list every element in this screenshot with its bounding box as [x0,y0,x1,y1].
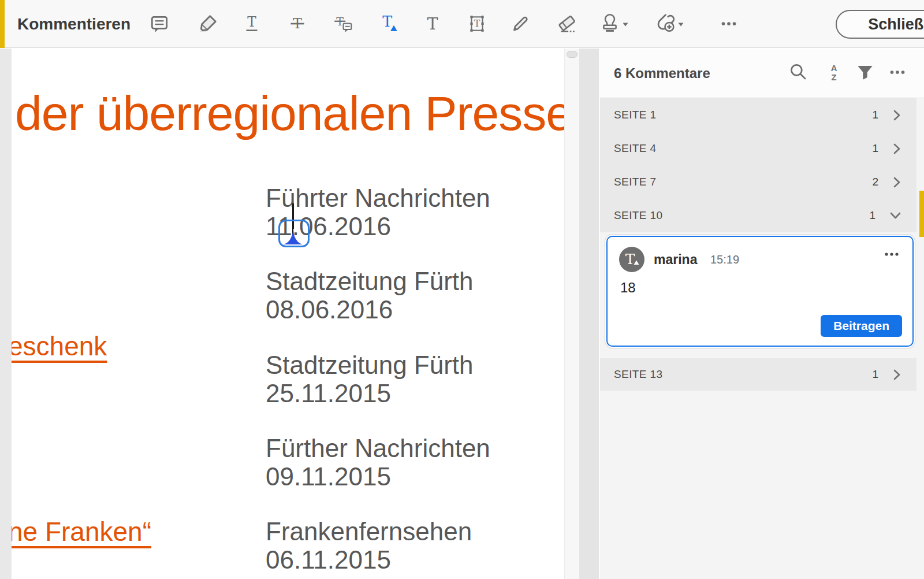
chevron-right-icon [892,109,901,121]
stamp-dropdown-caret-icon[interactable] [623,18,628,29]
comment-text: 18 [620,280,636,296]
page-group-seite-13[interactable]: SEITE 13 1 [600,358,916,391]
avatar: T [619,247,644,272]
attach-dropdown-caret-icon[interactable] [678,18,684,29]
highlighter-icon [198,13,218,34]
insert-text-annotation[interactable] [278,220,310,247]
eraser-icon [557,13,578,34]
page-group-label: SEITE 4 [614,142,872,155]
sticky-note-tool-button[interactable] [144,9,174,39]
press-date: 25.11.2015 [266,379,474,407]
acrobat-comment-view: Kommentieren T T T [0,0,924,579]
doc-link: eschenk [12,331,107,362]
svg-text:A: A [831,64,837,73]
underline-text-icon: T [241,13,262,34]
press-source: Fürther Nachrichten [266,434,490,462]
svg-text:T: T [382,13,392,30]
svg-text:Z: Z [832,73,837,82]
comment-toolbar: Kommentieren T T T [0,0,924,48]
close-button-label: Schließen [868,16,924,34]
replace-text-tool-button[interactable]: T [328,9,358,39]
search-comments-button[interactable] [786,61,810,86]
chevron-down-icon [889,211,901,220]
svg-text:T: T [474,18,480,29]
comments-panel: 6 Kommentare AZ [599,49,924,579]
comment-options-button[interactable] [884,250,900,260]
insert-text-tool-button[interactable]: T [374,9,404,39]
attach-file-tool-button[interactable] [655,9,684,39]
press-source: Führter Nachrichten [266,184,490,212]
strikethrough-text-icon: T [287,13,308,34]
comment-count-badge: 1 [872,368,878,381]
chevron-right-icon [892,369,901,381]
press-source: Frankenfernsehen [266,517,472,545]
page-group-seite-1[interactable]: SEITE 1 1 [600,98,916,132]
panel-options-button[interactable] [885,61,910,86]
highlighter-tool-button[interactable] [193,9,223,39]
press-date: 08.06.2016 [266,295,474,324]
comment-count-badge: 1 [872,142,878,155]
comment-card[interactable]: T marina 15:19 18 Beitragen [606,236,914,347]
replace-text-icon: T [333,13,353,34]
document-scrollbar[interactable] [564,49,579,579]
page-group-label: SEITE 1 [614,109,872,121]
page-group-seite-10[interactable]: SEITE 10 1 [600,199,916,232]
comment-count-badge: 2 [872,176,878,188]
filter-comments-button[interactable] [853,61,877,86]
page-group-label: SEITE 13 [614,368,872,381]
doc-link: ne Franken“ [12,516,151,547]
search-icon [788,62,808,85]
stamp-icon [599,12,620,35]
add-text-tool-button[interactable]: T [418,9,448,39]
sticky-note-icon [149,13,170,34]
panel-splitter[interactable] [579,49,599,579]
stamp-tool-button[interactable] [599,9,628,39]
page-group-label: SEITE 7 [614,176,872,188]
filter-funnel-icon [855,62,875,85]
window-edge-accent [0,0,5,48]
comment-count-badge: 1 [872,109,878,121]
comment-author: marina [654,252,697,268]
pencil-tool-button[interactable] [505,9,535,39]
more-tools-button[interactable] [714,9,744,39]
svg-text:T: T [427,14,438,34]
text-box-tool-button[interactable]: T [462,9,492,39]
panel-options-icon [887,62,908,85]
press-entry: Fürther Nachrichten 09.11.2015 [266,434,490,491]
page-group-seite-7[interactable]: SEITE 7 2 [600,165,916,199]
press-entry: Stadtzeitung Fürth 25.11.2015 [266,351,474,407]
svg-text:T: T [247,14,256,29]
toolbar-title: Kommentieren [17,0,131,48]
comments-panel-header: 6 Kommentare AZ [600,49,924,98]
press-entry: Stadtzeitung Fürth 08.06.2016 [266,267,474,324]
text-box-icon: T [467,13,487,34]
eraser-tool-button[interactable] [552,9,582,39]
sort-comments-button[interactable]: AZ [821,61,845,86]
underline-text-tool-button[interactable]: T [237,9,267,39]
page-group-seite-4[interactable]: SEITE 4 1 [600,132,916,165]
chevron-right-icon [892,143,901,155]
chevron-right-icon [892,176,901,188]
press-source: Stadtzeitung Fürth [266,351,474,379]
press-source: Stadtzeitung Fürth [266,267,474,295]
pdf-page[interactable]: der überregionalen Presse eschenk ne Fra… [12,49,564,579]
comment-count-badge: 1 [869,209,875,222]
strikethrough-text-tool-button[interactable]: T [282,9,312,39]
scrollbar-thumb[interactable] [567,51,578,58]
document-area: der überregionalen Presse eschenk ne Fra… [0,49,564,579]
more-tools-icon [718,13,739,34]
sort-az-icon: AZ [822,62,843,85]
submit-comment-button[interactable]: Beitragen [821,315,902,337]
window-edge-accent-right [919,191,924,237]
press-date: 06.11.2015 [266,545,472,574]
page-group-list: SEITE 1 1 SEITE 4 1 SEITE 7 2 [600,98,916,232]
close-button[interactable]: Schließen [836,10,924,39]
press-date: 09.11.2015 [266,462,490,491]
submit-comment-label: Beitragen [833,319,889,333]
svg-text:T: T [625,251,635,268]
pencil-icon [510,13,531,34]
page-group-label: SEITE 10 [614,209,869,222]
press-entry: Frankenfernsehen 06.11.2015 [266,517,472,574]
add-text-icon: T [422,13,443,34]
page-heading: der überregionalen Presse [15,86,564,142]
